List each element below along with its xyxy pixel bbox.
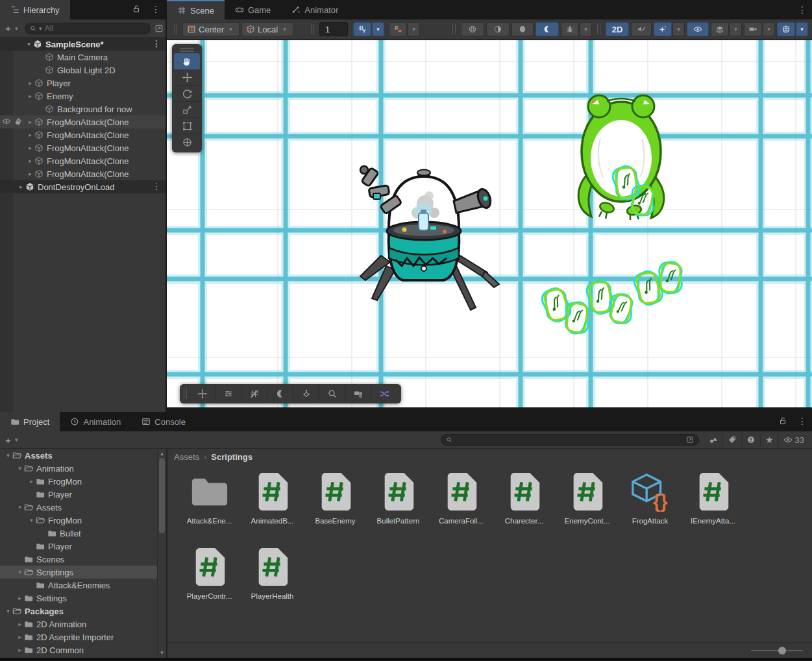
folder-tree-item[interactable]: Player [0,488,166,501]
maximize-search-icon[interactable] [154,24,164,33]
effects-dropdown[interactable]: ▾ [672,22,685,36]
scrollbar-thumb[interactable] [159,458,165,533]
hierarchy-item[interactable]: ▸ FrogMonAttack(Clone [0,154,166,167]
folder-tree-item[interactable]: ▸2D Aseprite Importer [0,631,166,643]
folder-tree-item[interactable]: ▾Packages [0,605,166,618]
overlay-drag-handle[interactable] [180,48,194,49]
2d-mode-button[interactable]: 2D [606,22,629,36]
kebab-menu-icon[interactable]: ⋮ [798,5,807,14]
draw-mode-shaded-wire-button[interactable] [486,22,510,36]
overlay-drag-handle[interactable] [184,389,187,399]
create-dropdown-icon[interactable]: ▾ [12,25,21,32]
asset-tile[interactable]: Attack&Ene... [178,470,241,543]
expand-arrow-icon[interactable]: ▸ [16,647,24,653]
tab-scene[interactable]: Scene [167,0,225,19]
lighting-button[interactable] [267,385,293,402]
view-settings-button[interactable] [215,385,241,402]
folder-tree-item[interactable]: Bullet [0,527,166,540]
rect-tool-button[interactable] [174,118,200,134]
hierarchy-item[interactable]: ▸ FrogMonAttack(Clone [0,128,166,141]
expand-arrow-icon[interactable]: ▸ [26,171,34,177]
tab-game[interactable]: Game [225,0,281,19]
kebab-menu-icon[interactable]: ⋮ [152,39,161,48]
pivot-mode-button[interactable]: Center ▾ [182,22,240,36]
expand-arrow-icon[interactable]: ▾ [4,452,12,459]
folder-tree-item[interactable]: ▾Assets [0,501,166,514]
expand-arrow-icon[interactable]: ▸ [16,634,24,640]
breadcrumb-root[interactable]: Assets [174,452,199,462]
expand-arrow-icon[interactable]: ▸ [26,93,34,99]
expand-arrow-icon[interactable]: ▾ [27,517,36,523]
grid-snap-dropdown[interactable]: ▾ [372,22,384,36]
folder-tree-item[interactable]: ▾Assets [0,449,166,462]
toolbar-drag-handle[interactable] [174,24,177,34]
hierarchy-item[interactable]: ▸ FrogMonAttack(Clone [0,115,166,128]
lock-icon[interactable] [132,5,141,14]
debug-draw-button[interactable] [561,22,579,36]
create-object-button[interactable]: + [5,23,11,34]
gizmo-selection-button[interactable] [293,385,319,402]
expand-arrow-icon[interactable]: ▸ [16,621,24,627]
snap-increment-dropdown[interactable]: ▾ [408,22,420,36]
tree-scrollbar[interactable]: ▲ ▼ [157,449,166,658]
visibility-eye-icon[interactable] [2,117,11,126]
audio-mute-button[interactable] [631,22,652,36]
expand-arrow-icon[interactable]: ▾ [16,569,24,575]
asset-tile[interactable]: FrogAttack [619,470,682,543]
expand-arrow-icon[interactable]: ▾ [16,504,24,511]
folder-tree-item[interactable]: ▸Settings [0,592,166,605]
effects-toggle-button[interactable] [654,22,672,36]
expand-arrow-icon[interactable]: ▾ [16,465,24,472]
hidden-count-button[interactable]: 33 [779,433,809,446]
slider-thumb[interactable] [778,647,786,655]
hierarchy-item[interactable]: ▸ Player [0,77,166,90]
create-dropdown-icon[interactable]: ▾ [12,437,21,443]
folder-tree-item[interactable]: ▸2D Common [0,643,166,656]
tab-animator[interactable]: Animator [281,0,349,19]
hierarchy-item[interactable]: ▸ FrogMonAttack(Clone [0,141,166,154]
snap-increment-button[interactable] [389,22,407,36]
hand-tool-button[interactable] [174,53,200,69]
search-by-importance-button[interactable] [742,433,761,446]
hierarchy-item[interactable]: Main Camera [0,51,166,64]
handle-rotation-button[interactable]: Local ▾ [241,22,293,36]
scene-viewport[interactable] [167,40,812,407]
draw-mode-shaded-button[interactable] [511,22,534,36]
search-filter-caret-icon[interactable]: ▾ [38,25,43,32]
search-by-label-button[interactable] [723,433,742,446]
grid-snap-button[interactable] [353,22,371,36]
asset-tile[interactable]: PlayerHealth [241,546,304,618]
debug-draw-dropdown[interactable]: ▾ [580,22,592,36]
asset-tile[interactable]: IEnemyAtta... [682,470,744,543]
hierarchy-search-input[interactable] [45,24,145,33]
expand-arrow-icon[interactable]: ▾ [4,608,12,614]
folder-tree-item[interactable]: Player [0,540,166,553]
expand-arrow-icon[interactable]: ▾ [25,41,33,47]
scale-tool-button[interactable] [174,102,200,118]
expand-arrow-icon[interactable]: ▸ [27,478,36,485]
hierarchy-item[interactable]: ▸ FrogMonAttack(Clone [0,167,166,180]
camera-settings-button[interactable] [744,22,762,36]
tab-console[interactable]: Console [131,412,196,431]
project-search-input[interactable] [454,435,684,444]
expand-arrow-icon[interactable]: ▸ [16,595,24,601]
overlay-drag-handle[interactable] [180,51,194,52]
rotate-tool-button[interactable] [174,86,200,102]
toolbar-drag-handle[interactable] [597,24,600,34]
camera-settings-dropdown[interactable]: ▾ [763,22,775,36]
thumbnail-size-slider[interactable] [751,650,803,651]
asset-tile[interactable]: CameraFoll... [430,470,493,543]
hierarchy-item[interactable]: Background for now [0,102,166,115]
breadcrumb-current[interactable]: Scriptings [211,452,252,462]
tab-project[interactable]: Project [0,412,60,431]
asset-tile[interactable]: EnemyCont... [556,470,619,543]
folder-tree-item[interactable]: Attack&Enemies [0,579,166,592]
scene-lighting-button[interactable] [535,22,559,36]
asset-tile[interactable]: AnimatedB... [241,470,304,543]
tab-animation[interactable]: Animation [60,412,131,431]
hierarchy-item[interactable]: Global Light 2D [0,64,166,77]
asset-tile[interactable]: PlayerContr... [178,546,241,618]
expand-arrow-icon[interactable]: ▸ [26,80,34,86]
grid-size-input[interactable] [319,22,348,36]
lock-icon[interactable] [778,416,787,426]
